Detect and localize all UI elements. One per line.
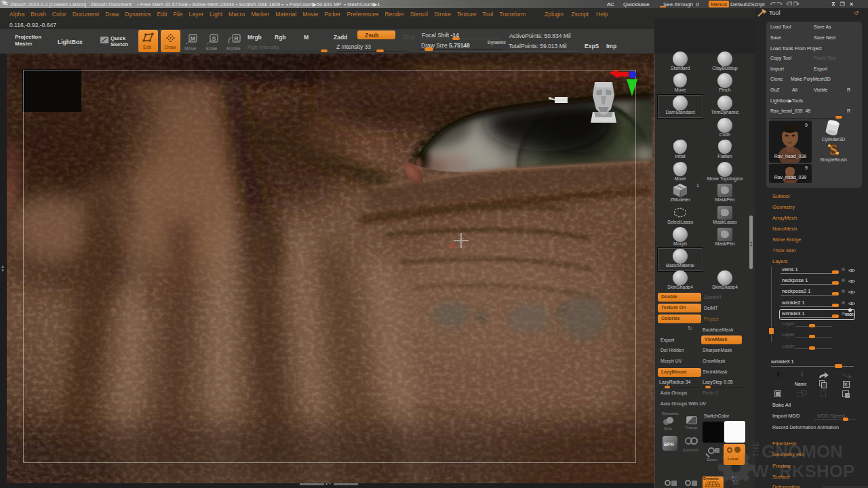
svg-text:36: 36 [449, 243, 455, 249]
svg-text:W◌RKSHOP: W◌RKSHOP [752, 461, 854, 481]
svg-text:S: S [829, 142, 837, 157]
svg-text:S: S [212, 35, 216, 42]
svg-text:M: M [191, 35, 196, 42]
svg-text:THE: THE [753, 441, 760, 457]
svg-text:R: R [234, 35, 239, 42]
